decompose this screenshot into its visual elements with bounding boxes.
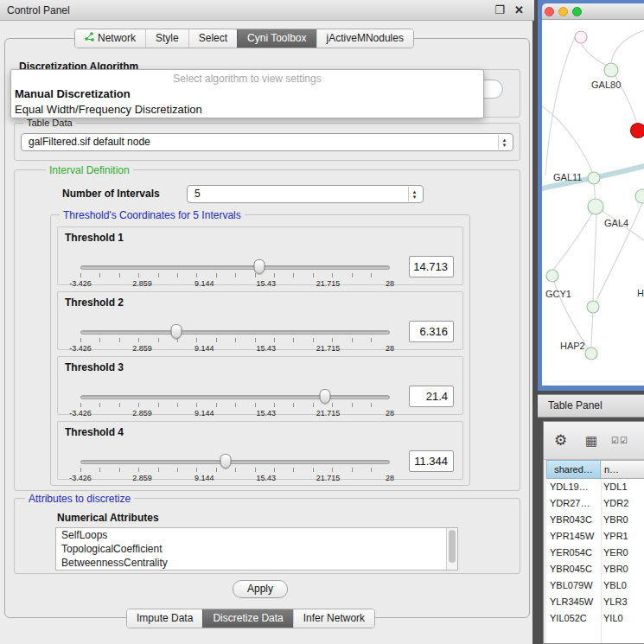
threshold-2-slider[interactable]: -3.426 2.859 9.144 15.43 21.715 28 bbox=[80, 330, 390, 351]
network-node[interactable] bbox=[587, 301, 599, 313]
network-node-gal4[interactable] bbox=[588, 199, 603, 214]
tab-cyni-toolbox[interactable]: Cyni Toolbox bbox=[237, 29, 316, 48]
network-canvas[interactable]: GAL80 GAL11 GAL4 GCY1 HAP2 H bbox=[542, 20, 644, 386]
cell-name[interactable]: YDL1 bbox=[603, 479, 644, 495]
tab-discretize-data[interactable]: Discretize Data bbox=[202, 609, 292, 628]
table-row[interactable]: YBR045CYBR0 bbox=[546, 561, 644, 577]
node-label-gal4: GAL4 bbox=[604, 218, 628, 228]
tab-infer-network[interactable]: Infer Network bbox=[293, 609, 374, 628]
slider-ticks bbox=[80, 403, 390, 407]
float-window-icon[interactable]: ❐ bbox=[494, 0, 505, 21]
cell-name[interactable]: YLR3 bbox=[603, 594, 644, 610]
table-row[interactable]: YPR145WYPR1 bbox=[546, 528, 644, 545]
table-data-group-title: Table Data bbox=[23, 118, 76, 128]
network-node[interactable] bbox=[635, 189, 644, 203]
scale-label: 28 bbox=[386, 344, 394, 353]
cell-name[interactable]: YER0 bbox=[603, 545, 644, 561]
node-label-gcy1: GCY1 bbox=[545, 289, 571, 299]
network-node[interactable] bbox=[575, 31, 587, 43]
cell-shared-name[interactable]: YBR045C bbox=[546, 561, 601, 577]
slider-track[interactable] bbox=[80, 395, 390, 399]
cell-name[interactable]: YBR0 bbox=[603, 512, 644, 528]
columns-icon[interactable]: ▦ bbox=[585, 433, 597, 449]
zoom-traffic-light[interactable] bbox=[572, 7, 582, 16]
slider-thumb[interactable] bbox=[253, 259, 265, 274]
combo-spinner-icon[interactable]: ▴ ▾ bbox=[408, 187, 420, 201]
threshold-2-value-field[interactable]: 6.316 bbox=[409, 321, 454, 342]
threshold-1-value-field[interactable]: 14.713 bbox=[409, 256, 454, 277]
cell-name[interactable]: YDR2 bbox=[603, 495, 644, 512]
slider-thumb[interactable] bbox=[220, 454, 232, 469]
list-scrollbar[interactable] bbox=[446, 528, 457, 570]
threshold-4-label: Threshold 4 bbox=[65, 426, 124, 438]
network-node-gcy1[interactable] bbox=[546, 270, 558, 282]
popup-item-equal-width[interactable]: Equal Width/Frequency Discretization bbox=[15, 103, 202, 116]
cell-name[interactable]: YIL0 bbox=[603, 610, 644, 627]
cell-shared-name[interactable]: YLR345W bbox=[546, 594, 601, 610]
table-data-combo-value: galFiltered.sif default node bbox=[29, 134, 150, 150]
list-item[interactable]: TopologicalCoefficient bbox=[56, 542, 457, 556]
table-row[interactable]: YIL052CYIL0 bbox=[546, 610, 644, 627]
table-row[interactable]: YBL079WYBL0 bbox=[546, 577, 644, 594]
cell-shared-name[interactable]: YBL079W bbox=[546, 577, 601, 594]
select-columns-icon[interactable]: ☑☑ bbox=[611, 436, 628, 445]
number-of-intervals-combo[interactable]: 5 ▴ ▾ bbox=[187, 185, 424, 203]
table-row[interactable]: YLR345WYLR3 bbox=[546, 594, 644, 610]
tab-style[interactable]: Style bbox=[145, 29, 188, 48]
tab-network[interactable]: Network bbox=[75, 29, 145, 48]
tab-select-label: Select bbox=[199, 29, 227, 48]
slider-track[interactable] bbox=[80, 265, 390, 270]
popup-item-manual-discretization[interactable]: Manual Discretization bbox=[15, 87, 131, 100]
column-header-name[interactable]: n… bbox=[601, 460, 644, 479]
network-node-selected-red[interactable] bbox=[631, 124, 644, 138]
list-scrollbar-thumb[interactable] bbox=[449, 530, 456, 563]
table-row[interactable]: YDR27…YDR2 bbox=[546, 495, 644, 512]
table-data-combo[interactable]: galFiltered.sif default node ▴ ▾ bbox=[21, 133, 513, 151]
network-window-titlebar[interactable] bbox=[542, 3, 644, 20]
cell-shared-name[interactable]: YDL19… bbox=[546, 479, 601, 495]
cell-name[interactable]: YPR1 bbox=[603, 528, 644, 545]
cell-shared-name[interactable]: YBR043C bbox=[546, 512, 601, 528]
minimize-traffic-light[interactable] bbox=[558, 7, 568, 16]
scale-label: 28 bbox=[386, 409, 394, 418]
slider-scale: -3.426 2.859 9.144 15.43 21.715 28 bbox=[80, 344, 390, 353]
list-item[interactable]: SelfLoops bbox=[56, 528, 457, 542]
cell-name[interactable]: YBL0 bbox=[603, 577, 644, 594]
cell-shared-name[interactable]: YPR145W bbox=[546, 528, 601, 545]
cell-name[interactable]: YBR0 bbox=[603, 561, 644, 577]
cell-shared-name[interactable]: YER054C bbox=[546, 545, 601, 561]
tab-select[interactable]: Select bbox=[188, 29, 237, 48]
apply-button[interactable]: Apply bbox=[233, 580, 288, 598]
threshold-4-value-field[interactable]: 11.344 bbox=[409, 450, 454, 472]
threshold-4-slider[interactable]: -3.426 2.859 9.144 15.43 21.715 28 bbox=[80, 460, 390, 481]
tab-impute-data[interactable]: Impute Data bbox=[127, 609, 202, 628]
numerical-attributes-list[interactable]: SelfLoops TopologicalCoefficient Between… bbox=[55, 527, 458, 571]
close-panel-icon[interactable]: ✕ bbox=[514, 0, 524, 21]
cell-shared-name[interactable]: YIL052C bbox=[546, 610, 601, 627]
combo-spinner-icon[interactable]: ▴ ▾ bbox=[498, 135, 510, 150]
settings-gear-icon[interactable]: ⚙ bbox=[554, 431, 567, 450]
table-row[interactable]: YER054CYER0 bbox=[546, 545, 644, 561]
network-node-gal80[interactable] bbox=[604, 63, 618, 77]
network-node-hap2[interactable] bbox=[585, 348, 597, 360]
list-item[interactable]: BetweennessCentrality bbox=[56, 556, 457, 570]
threshold-2-label: Threshold 2 bbox=[65, 296, 124, 309]
cell-shared-name[interactable]: YDR27… bbox=[546, 495, 601, 512]
threshold-1-slider[interactable]: -3.426 2.859 9.144 15.43 21.715 28 bbox=[80, 265, 390, 286]
control-panel-title: Control Panel bbox=[7, 0, 70, 21]
close-traffic-light[interactable] bbox=[545, 7, 554, 16]
table-row[interactable]: YDL19…YDL1 bbox=[546, 479, 644, 495]
threshold-3-slider[interactable]: -3.426 2.859 9.144 15.43 21.715 28 bbox=[80, 395, 390, 416]
node-label-partial: H bbox=[637, 288, 644, 298]
slider-track[interactable] bbox=[80, 460, 390, 464]
table-row[interactable]: YBR043CYBR0 bbox=[546, 512, 644, 528]
scale-label: 15.43 bbox=[257, 279, 277, 288]
threshold-3-value-field[interactable]: 21.4 bbox=[409, 386, 454, 407]
slider-thumb[interactable] bbox=[319, 389, 330, 404]
network-node-gal11[interactable] bbox=[588, 172, 600, 184]
slider-thumb[interactable] bbox=[170, 324, 182, 339]
tab-cyni-toolbox-label: Cyni Toolbox bbox=[247, 29, 306, 48]
slider-track[interactable] bbox=[80, 330, 390, 335]
tab-jactivemnodules[interactable]: jActiveMNodules bbox=[316, 29, 413, 48]
column-header-shared-name[interactable]: shared… bbox=[546, 460, 601, 479]
